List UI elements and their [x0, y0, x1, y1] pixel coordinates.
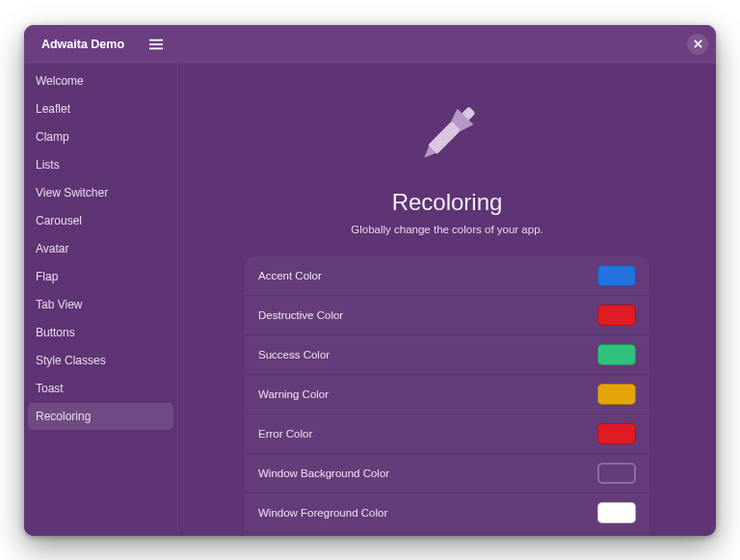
sidebar: WelcomeLeafletClampListsView SwitcherCar… — [24, 64, 178, 536]
color-picker-icon — [407, 94, 488, 175]
sidebar-item-clamp[interactable]: Clamp — [28, 123, 173, 150]
settings-row-label: Window Foreground Color — [258, 507, 387, 519]
sidebar-item-label: Toast — [36, 382, 64, 395]
sidebar-item-flap[interactable]: Flap — [28, 263, 173, 290]
sidebar-item-recoloring[interactable]: Recoloring — [28, 403, 173, 430]
sidebar-item-carousel[interactable]: Carousel — [28, 207, 173, 234]
sidebar-item-toast[interactable]: Toast — [28, 375, 173, 402]
settings-row-label: Window Background Color — [258, 467, 389, 479]
settings-row[interactable]: Warning Color — [245, 375, 649, 414]
settings-row[interactable]: Error Color — [245, 414, 649, 454]
color-swatch[interactable] — [597, 384, 636, 405]
page-subtitle: Globally change the colors of your app. — [207, 224, 687, 235]
sidebar-item-view-switcher[interactable]: View Switcher — [28, 179, 173, 206]
sidebar-item-label: Welcome — [36, 74, 84, 88]
sidebar-item-leaflet[interactable]: Leaflet — [28, 95, 173, 122]
sidebar-item-label: Flap — [36, 270, 58, 283]
sidebar-item-avatar[interactable]: Avatar — [28, 235, 173, 262]
settings-row[interactable]: Window Foreground Color — [245, 493, 649, 533]
sidebar-item-label: Lists — [36, 158, 60, 172]
settings-row-label: Accent Color — [258, 270, 322, 281]
settings-row[interactable]: Success Color — [245, 335, 649, 375]
sidebar-item-label: Buttons — [36, 326, 75, 339]
sidebar-item-label: Style Classes — [36, 354, 106, 367]
settings-row-label: Warning Color — [258, 388, 329, 400]
close-icon — [694, 40, 702, 48]
titlebar: Adwaita Demo — [24, 25, 716, 64]
settings-row-label: Destructive Color — [258, 309, 343, 321]
color-swatch[interactable] — [597, 423, 636, 444]
sidebar-item-lists[interactable]: Lists — [28, 151, 173, 178]
sidebar-item-buttons[interactable]: Buttons — [28, 319, 173, 346]
sidebar-item-label: Clamp — [36, 130, 69, 144]
color-swatch[interactable] — [597, 502, 636, 523]
settings-row[interactable]: Accent Color — [245, 256, 649, 296]
color-swatch[interactable] — [597, 344, 636, 365]
titlebar-left: Adwaita Demo — [24, 30, 178, 59]
sidebar-item-label: Carousel — [36, 214, 82, 227]
sidebar-item-welcome[interactable]: Welcome — [28, 67, 173, 94]
window-body: WelcomeLeafletClampListsView SwitcherCar… — [24, 64, 716, 536]
page-title: Recoloring — [207, 189, 687, 216]
sidebar-item-label: Recoloring — [36, 410, 91, 423]
content-area[interactable]: Recoloring Globally change the colors of… — [178, 64, 716, 536]
settings-list: Accent ColorDestructive ColorSuccess Col… — [245, 256, 649, 536]
svg-rect-2 — [149, 47, 163, 49]
color-swatch[interactable] — [597, 265, 636, 286]
color-swatch[interactable] — [597, 463, 636, 484]
settings-row[interactable]: Destructive Color — [245, 296, 649, 335]
svg-rect-4 — [428, 120, 461, 153]
menu-button[interactable] — [142, 30, 171, 59]
sidebar-item-tab-view[interactable]: Tab View — [28, 291, 173, 318]
color-swatch[interactable] — [597, 305, 636, 326]
settings-row[interactable]: Window Background Color — [245, 454, 649, 493]
close-button[interactable] — [687, 34, 708, 55]
settings-row-label: Success Color — [258, 349, 330, 360]
sidebar-item-label: View Switcher — [36, 186, 108, 200]
sidebar-item-label: Avatar — [36, 242, 68, 255]
svg-rect-1 — [149, 43, 163, 45]
sidebar-item-style-classes[interactable]: Style Classes — [28, 347, 173, 374]
app-window: Adwaita Demo WelcomeLeafletClampListsVie… — [24, 25, 716, 536]
sidebar-item-label: Leaflet — [36, 102, 70, 116]
settings-row[interactable]: Window Outline Color — [245, 533, 649, 536]
settings-row-label: Error Color — [258, 428, 312, 440]
sidebar-item-label: Tab View — [36, 298, 82, 311]
hamburger-icon — [149, 38, 163, 51]
svg-rect-0 — [149, 39, 163, 40]
hero-icon-container — [207, 94, 687, 175]
app-title: Adwaita Demo — [24, 38, 142, 51]
